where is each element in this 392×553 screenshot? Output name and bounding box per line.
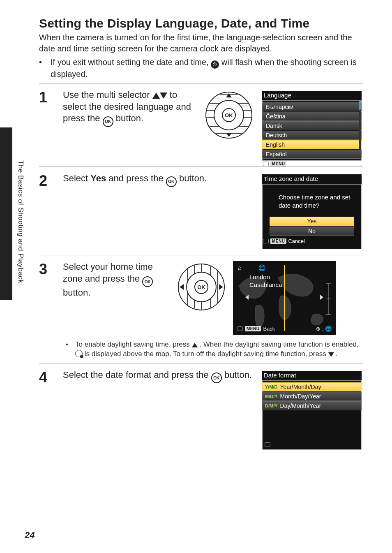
step-4: 4 Select the date format and press the O… — [39, 363, 363, 456]
timezone-map-screen: ⌂ 🌐 London Casablanca MENU Back ⊕ : 🌐 — [233, 261, 336, 335]
camera-icon — [237, 326, 243, 331]
lcd-title: Date format — [262, 371, 362, 380]
home-icon: ⌂ 🌐 — [238, 264, 265, 272]
clock-icon: ⏱ — [211, 60, 219, 69]
lang-option-selected[interactable]: English — [262, 140, 362, 149]
camera-icon — [263, 239, 269, 243]
date-format-option[interactable]: D/M/Y Day/Month/Year — [262, 401, 362, 410]
step2-text: Select Yes and press the OK button. — [63, 173, 252, 187]
multi-selector-dial: OK — [178, 264, 225, 310]
lcd-footer: MENU Back — [237, 326, 275, 332]
down-triangle-icon — [160, 93, 167, 99]
timezone-prompt-screen: Time zone and date Choose time zone and … — [261, 173, 363, 251]
lang-option[interactable]: Deutsch — [262, 131, 362, 140]
cancel-label[interactable]: Cancel — [288, 238, 304, 244]
down-triangle-icon — [328, 352, 334, 357]
manual-page: The Basics of Shooting and Playback Sett… — [0, 0, 392, 553]
step-number: 3 — [39, 261, 55, 359]
date-format-screen: Date format Y/M/D Year/Month/Day M/D/Y M… — [261, 369, 363, 451]
ok-icon: OK — [166, 176, 177, 187]
step3-text: Select your home time zone and press the… — [63, 261, 170, 299]
up-triangle-icon — [192, 343, 198, 347]
side-tab — [0, 127, 12, 300]
yes-option[interactable]: Yes — [270, 217, 354, 226]
step-number: 1 — [39, 89, 55, 162]
step4-text: Select the date format and press the OK … — [63, 369, 252, 384]
intro-bullet-text: If you exit without setting the date and… — [51, 57, 363, 80]
no-option[interactable]: No — [270, 227, 354, 236]
lcd-title: Language — [262, 91, 362, 100]
world-map-icon — [233, 261, 336, 335]
side-caption: The Basics of Shooting and Playback — [16, 160, 25, 283]
date-format-option-selected[interactable]: Y/M/D Year/Month/Day — [262, 382, 362, 391]
intro-paragraph: When the camera is turned on for the fir… — [39, 32, 363, 54]
lang-option[interactable]: Dansk — [262, 121, 362, 130]
ok-icon: OK — [211, 373, 222, 383]
svg-marker-6 — [320, 295, 323, 300]
step-2: 2 Select Yes and press the OK button. Ti… — [39, 167, 363, 255]
lang-option[interactable]: Čeština — [262, 112, 362, 121]
cancel-label[interactable]: Cancel — [288, 161, 304, 167]
date-format-option[interactable]: M/D/Y Month/Day/Year — [262, 392, 362, 401]
step-1: 1 Use the multi selector to select the d… — [39, 83, 363, 167]
lang-option[interactable]: Español — [262, 150, 362, 159]
multi-selector-dial: OK — [205, 92, 252, 139]
menu-tag: MENU — [270, 161, 286, 167]
lcd-prompt: Choose time zone and set date and time? — [262, 186, 362, 216]
step-3: 3 Select your home time zone and press t… — [39, 255, 363, 363]
dial-left-icon — [180, 284, 184, 290]
intro-bullet: • If you exit without setting the date a… — [39, 57, 363, 80]
page-title: Setting the Display Language, Date, and … — [39, 16, 363, 30]
back-label[interactable]: Back — [263, 326, 275, 332]
dial-right-icon — [219, 284, 223, 290]
dial-down-icon — [226, 133, 232, 137]
menu-tag: MENU — [270, 238, 286, 244]
lcd-scrollbar[interactable] — [359, 101, 361, 150]
dst-icon — [75, 350, 83, 357]
step3-sub: • To enable daylight saving time, press … — [63, 340, 363, 359]
step-number: 4 — [39, 369, 55, 451]
lcd-footer: MENU Cancel — [262, 236, 362, 244]
up-triangle-icon — [152, 93, 160, 99]
lang-option[interactable]: Български — [262, 102, 362, 111]
step1-text: Use the multi selector to select the des… — [63, 89, 197, 127]
dst-hint-icon: ⊕ : 🌐 — [316, 326, 332, 332]
lcd-title: Time zone and date — [262, 174, 362, 184]
bullet-dot: • — [39, 57, 51, 80]
menu-tag: MENU — [245, 326, 261, 331]
ok-icon: OK — [103, 116, 113, 127]
lcd-footer: MENU Cancel — [262, 159, 362, 167]
city-label: London Casablanca — [249, 273, 282, 289]
camera-icon — [263, 162, 269, 166]
language-screen: Language Български Čeština Dansk Deutsch… — [261, 89, 363, 162]
camera-icon — [265, 441, 270, 448]
step-number: 2 — [39, 173, 55, 251]
page-number: 24 — [25, 530, 35, 541]
dial-up-icon — [226, 93, 232, 97]
ok-icon: OK — [142, 276, 153, 287]
